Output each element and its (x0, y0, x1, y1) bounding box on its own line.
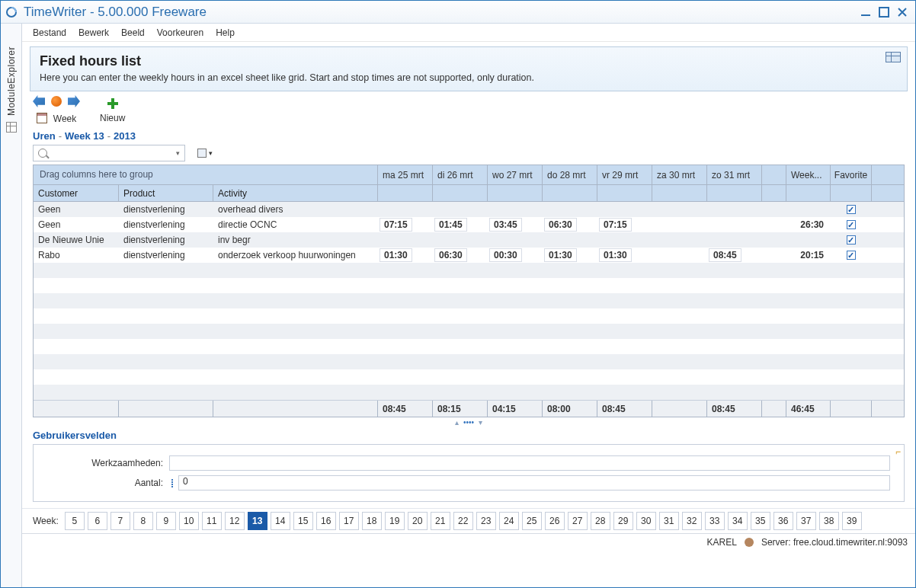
hour-cell[interactable] (489, 233, 498, 247)
hour-cell[interactable] (544, 203, 553, 216)
week-button-25[interactable]: 25 (522, 512, 542, 530)
week-button-35[interactable]: 35 (751, 512, 770, 530)
hour-cell[interactable] (599, 203, 608, 216)
week-button-33[interactable]: 33 (705, 512, 725, 530)
week-button-13[interactable]: 13 (248, 512, 267, 530)
week-button-7[interactable]: 7 (110, 512, 130, 530)
fields-corner-icon[interactable]: ⌐ (895, 446, 901, 457)
today-button[interactable] (51, 96, 62, 107)
favorite-checkbox[interactable]: ✓ (847, 251, 856, 260)
hour-cell[interactable]: 03:45 (489, 218, 522, 232)
hour-cell[interactable] (654, 218, 663, 232)
week-button-17[interactable]: 17 (339, 512, 359, 530)
week-button-11[interactable]: 11 (202, 512, 222, 530)
hour-cell[interactable] (709, 218, 718, 232)
hour-cell[interactable]: 01:30 (599, 248, 632, 262)
week-button-31[interactable]: 31 (659, 512, 679, 530)
hour-cell[interactable]: 00:30 (489, 248, 522, 262)
table-row[interactable]: Geendienstverleningoverhead divers✓ (34, 202, 904, 217)
hour-cell[interactable]: 01:45 (434, 218, 467, 232)
hour-cell[interactable] (654, 248, 663, 262)
chevron-down-icon[interactable]: ▾ (176, 149, 180, 157)
hour-cell[interactable]: 08:45 (709, 248, 741, 262)
hour-cell[interactable] (380, 203, 389, 216)
hour-cell[interactable] (709, 203, 718, 216)
week-button-19[interactable]: 19 (385, 512, 405, 530)
week-button-27[interactable]: 27 (568, 512, 588, 530)
table-row[interactable]: Geendienstverleningdirectie OCNC07:1501:… (34, 217, 904, 232)
col-day-5[interactable]: za 30 mrt (652, 165, 707, 184)
toolbar-new-label[interactable]: Nieuw (100, 113, 125, 123)
minimize-button[interactable] (857, 5, 874, 19)
hour-cell[interactable] (434, 233, 444, 247)
week-button-24[interactable]: 24 (499, 512, 519, 530)
hour-cell[interactable] (599, 233, 608, 247)
week-button-8[interactable]: 8 (133, 512, 153, 530)
week-button-16[interactable]: 16 (316, 512, 336, 530)
week-button-34[interactable]: 34 (728, 512, 748, 530)
week-button-6[interactable]: 6 (88, 512, 107, 530)
week-button-39[interactable]: 39 (842, 512, 862, 530)
hour-cell[interactable]: 06:30 (434, 248, 467, 262)
search-input[interactable]: ▾ (33, 145, 185, 161)
week-button-32[interactable]: 32 (682, 512, 702, 530)
calendar-icon[interactable] (37, 113, 47, 123)
col-favorite[interactable]: Favorite (831, 165, 872, 184)
favorite-checkbox[interactable]: ✓ (847, 220, 856, 229)
week-button-20[interactable]: 20 (408, 512, 428, 530)
table-row[interactable]: Rabodienstverleningonderzoek verkoop huu… (34, 248, 904, 263)
hour-cell[interactable]: 01:30 (544, 248, 577, 262)
hour-cell[interactable] (434, 203, 444, 216)
hour-cell[interactable] (380, 233, 389, 247)
week-button-29[interactable]: 29 (613, 512, 633, 530)
favorite-checkbox[interactable]: ✓ (847, 235, 856, 244)
week-button-15[interactable]: 15 (293, 512, 313, 530)
col-day-1[interactable]: di 26 mrt (433, 165, 488, 184)
col-week[interactable]: Week... (786, 165, 831, 184)
week-button-26[interactable]: 26 (545, 512, 565, 530)
menu-bestand[interactable]: Bestand (33, 27, 66, 38)
week-button-23[interactable]: 23 (476, 512, 496, 530)
hour-cell[interactable]: 07:15 (380, 218, 412, 232)
menu-help[interactable]: Help (216, 27, 235, 38)
week-button-18[interactable]: 18 (362, 512, 382, 530)
hour-cell[interactable] (709, 233, 718, 247)
favorite-checkbox[interactable]: ✓ (847, 205, 856, 214)
week-button-14[interactable]: 14 (271, 512, 290, 530)
week-button-36[interactable]: 36 (773, 512, 793, 530)
hour-cell[interactable]: 06:30 (544, 218, 577, 232)
col-day-6[interactable]: zo 31 mrt (707, 165, 762, 184)
col-activity[interactable]: Activity (213, 185, 378, 201)
hour-cell[interactable] (544, 233, 553, 247)
drag-dots-icon[interactable] (171, 479, 176, 487)
new-button-icon[interactable] (107, 98, 118, 109)
week-button-10[interactable]: 10 (179, 512, 199, 530)
filter-button[interactable]: ▾ (193, 145, 217, 161)
col-product[interactable]: Product (119, 185, 213, 201)
col-day-2[interactable]: wo 27 mrt (488, 165, 543, 184)
module-explorer-tab[interactable]: ModuleExplorer (1, 24, 22, 587)
week-button-28[interactable]: 28 (591, 512, 610, 530)
col-day-4[interactable]: vr 29 mrt (597, 165, 652, 184)
splitter-handle[interactable]: ▴••••▾ (22, 417, 915, 427)
menu-voorkeuren[interactable]: Voorkeuren (157, 27, 203, 38)
col-day-0[interactable]: ma 25 mrt (378, 165, 433, 184)
maximize-button[interactable] (876, 5, 892, 19)
hour-cell[interactable] (654, 203, 663, 216)
week-button-22[interactable]: 22 (453, 512, 473, 530)
week-button-5[interactable]: 5 (65, 512, 85, 530)
col-day-3[interactable]: do 28 mrt (543, 165, 597, 184)
werkzaamheden-input[interactable] (169, 455, 890, 471)
week-button-38[interactable]: 38 (819, 512, 839, 530)
aantal-input[interactable]: 0 (178, 475, 890, 491)
week-button-12[interactable]: 12 (225, 512, 245, 530)
hour-cell[interactable]: 07:15 (599, 218, 632, 232)
col-customer[interactable]: Customer (34, 185, 119, 201)
menu-beeld[interactable]: Beeld (121, 27, 145, 38)
group-drop-zone[interactable]: Drag columns here to group (34, 165, 378, 184)
next-week-button[interactable] (68, 95, 80, 107)
close-button[interactable] (894, 5, 911, 19)
hour-cell[interactable] (489, 203, 498, 216)
week-button-30[interactable]: 30 (636, 512, 656, 530)
week-button-37[interactable]: 37 (796, 512, 816, 530)
